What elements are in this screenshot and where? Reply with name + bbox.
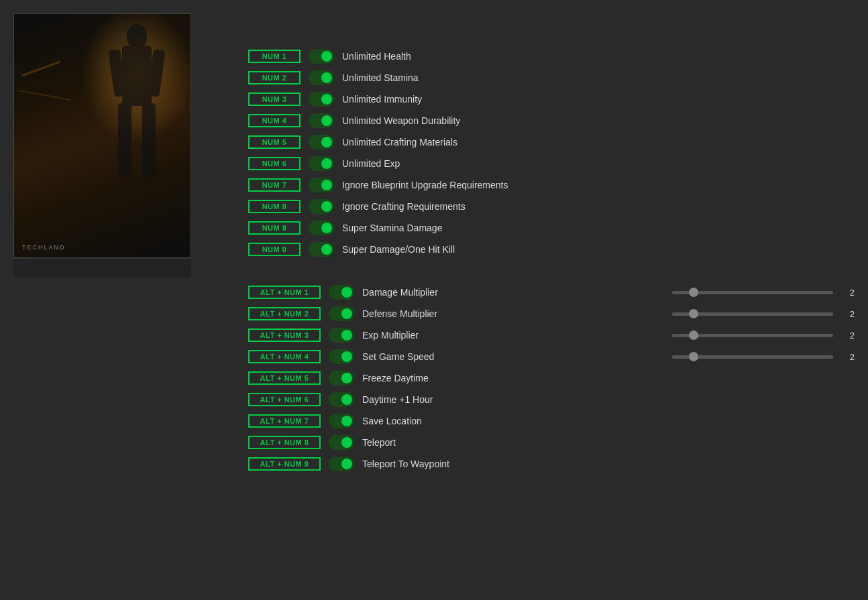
num-cheat-row: NUM 4 Unlimited Weapon Durability [248, 111, 855, 130]
num-cheat-row: NUM 3 Unlimited Immunity [248, 90, 855, 109]
slider-alt-2[interactable] [672, 334, 833, 337]
key-badge-num-3[interactable]: NUM 4 [248, 114, 301, 127]
cheat-label-alt-3: Set Game Speed [362, 351, 664, 362]
key-badge-num-9[interactable]: NUM 0 [248, 243, 301, 256]
alt-cheat-row: ALT + NUM 1 Damage Multiplier 2 [248, 283, 855, 302]
num-cheats-section: NUM 1 Unlimited Health NUM 2 Unlimited S… [248, 47, 855, 259]
alt-cheat-row: ALT + NUM 2 Defense Multiplier 2 [248, 304, 855, 323]
toggle-num-3[interactable] [309, 113, 334, 128]
slider-value-alt-3: 2 [841, 352, 855, 362]
main-window: TECHLAND NUM 1 Unlimited Health NUM 2 Un… [0, 0, 868, 600]
alt-cheat-row: ALT + NUM 6 Daytime +1 Hour [248, 390, 855, 409]
num-cheat-row: NUM 6 Unlimited Exp [248, 154, 855, 173]
cheat-label-alt-7: Teleport [362, 437, 855, 448]
key-badge-alt-5[interactable]: ALT + NUM 6 [248, 393, 321, 406]
cover-studio: TECHLAND [22, 244, 66, 251]
right-panel: NUM 1 Unlimited Health NUM 2 Unlimited S… [248, 13, 855, 487]
num-cheat-row: NUM 8 Ignore Crafting Requirements [248, 197, 855, 216]
slider-value-alt-1: 2 [841, 309, 855, 319]
cheat-label-num-3: Unlimited Weapon Durability [342, 115, 855, 126]
alt-cheat-row: ALT + NUM 9 Teleport To Waypoint [248, 455, 855, 473]
key-badge-alt-7[interactable]: ALT + NUM 8 [248, 436, 321, 449]
toggle-num-0[interactable] [309, 49, 334, 64]
cheat-label-num-8: Super Stamina Damage [342, 223, 855, 233]
toggle-num-4[interactable] [309, 135, 334, 149]
key-badge-alt-8[interactable]: ALT + NUM 9 [248, 457, 321, 471]
key-badge-num-6[interactable]: NUM 7 [248, 178, 301, 192]
alt-cheat-row: ALT + NUM 8 Teleport [248, 433, 855, 452]
toggle-alt-3[interactable] [329, 349, 354, 364]
cheat-label-num-9: Super Damage/One Hit Kill [342, 244, 855, 255]
cheat-label-num-1: Unlimited Stamina [342, 72, 855, 83]
toggle-alt-0[interactable] [329, 285, 354, 300]
cheat-label-num-2: Unlimited Immunity [342, 94, 855, 105]
toggle-alt-8[interactable] [329, 457, 354, 471]
key-badge-alt-0[interactable]: ALT + NUM 1 [248, 286, 321, 299]
num-cheat-row: NUM 5 Unlimited Crafting Materials [248, 133, 855, 152]
slider-value-alt-2: 2 [841, 331, 855, 341]
toggle-alt-1[interactable] [329, 306, 354, 321]
toggle-num-2[interactable] [309, 92, 334, 107]
key-badge-alt-1[interactable]: ALT + NUM 2 [248, 307, 321, 320]
cheat-label-num-4: Unlimited Crafting Materials [342, 137, 855, 147]
key-badge-alt-4[interactable]: ALT + NUM 5 [248, 371, 321, 385]
toggle-alt-7[interactable] [329, 435, 354, 450]
alt-cheats-section: ALT + NUM 1 Damage Multiplier 2 ALT + NU… [248, 283, 855, 473]
toggle-alt-5[interactable] [329, 392, 354, 407]
key-badge-num-1[interactable]: NUM 2 [248, 71, 301, 84]
trainer-label [13, 258, 191, 278]
toggle-num-6[interactable] [309, 178, 334, 192]
slider-alt-3[interactable] [672, 355, 833, 359]
slider-alt-0[interactable] [672, 291, 833, 294]
key-badge-num-2[interactable]: NUM 3 [248, 93, 301, 106]
cheat-label-alt-8: Teleport To Waypoint [362, 459, 855, 469]
cheat-label-alt-2: Exp Multiplier [362, 330, 664, 341]
alt-cheat-row: ALT + NUM 3 Exp Multiplier 2 [248, 326, 855, 345]
key-badge-num-5[interactable]: NUM 6 [248, 157, 301, 170]
toggle-num-7[interactable] [309, 199, 334, 214]
key-badge-num-7[interactable]: NUM 8 [248, 200, 301, 213]
key-badge-alt-3[interactable]: ALT + NUM 4 [248, 350, 321, 363]
left-panel: TECHLAND [13, 13, 208, 487]
key-badge-alt-2[interactable]: ALT + NUM 3 [248, 328, 321, 342]
num-cheat-row: NUM 9 Super Stamina Damage [248, 219, 855, 237]
cheat-label-num-7: Ignore Crafting Requirements [342, 201, 855, 212]
cheat-label-num-5: Unlimited Exp [342, 158, 855, 169]
num-cheat-row: NUM 2 Unlimited Stamina [248, 68, 855, 87]
num-cheat-row: NUM 0 Super Damage/One Hit Kill [248, 240, 855, 259]
cover-art: TECHLAND [14, 14, 191, 257]
toggle-num-1[interactable] [309, 70, 334, 85]
content-area: TECHLAND NUM 1 Unlimited Health NUM 2 Un… [0, 0, 868, 500]
toggle-alt-6[interactable] [329, 414, 354, 428]
cheat-label-num-0: Unlimited Health [342, 51, 855, 62]
cheat-label-alt-5: Daytime +1 Hour [362, 394, 855, 405]
key-badge-num-4[interactable]: NUM 5 [248, 135, 301, 149]
cheat-label-alt-0: Damage Multiplier [362, 287, 664, 298]
cheat-label-alt-6: Save Location [362, 416, 855, 426]
key-badge-num-8[interactable]: NUM 9 [248, 221, 301, 235]
key-badge-alt-6[interactable]: ALT + NUM 7 [248, 414, 321, 428]
alt-cheat-row: ALT + NUM 4 Set Game Speed 2 [248, 347, 855, 366]
slider-alt-1[interactable] [672, 312, 833, 316]
toggle-num-8[interactable] [309, 221, 334, 235]
cheat-label-num-6: Ignore Blueprint Upgrade Requirements [342, 180, 855, 190]
game-cover: TECHLAND [13, 13, 191, 258]
toggle-num-9[interactable] [309, 242, 334, 257]
slider-value-alt-0: 2 [841, 288, 855, 298]
key-badge-num-0[interactable]: NUM 1 [248, 50, 301, 63]
alt-cheat-row: ALT + NUM 7 Save Location [248, 412, 855, 430]
num-cheat-row: NUM 7 Ignore Blueprint Upgrade Requireme… [248, 176, 855, 194]
alt-cheat-row: ALT + NUM 5 Freeze Daytime [248, 369, 855, 387]
cheat-label-alt-4: Freeze Daytime [362, 373, 855, 383]
toggle-num-5[interactable] [309, 156, 334, 171]
cheat-label-alt-1: Defense Multiplier [362, 308, 664, 319]
num-cheat-row: NUM 1 Unlimited Health [248, 47, 855, 66]
toggle-alt-2[interactable] [329, 328, 354, 343]
toggle-alt-4[interactable] [329, 371, 354, 385]
